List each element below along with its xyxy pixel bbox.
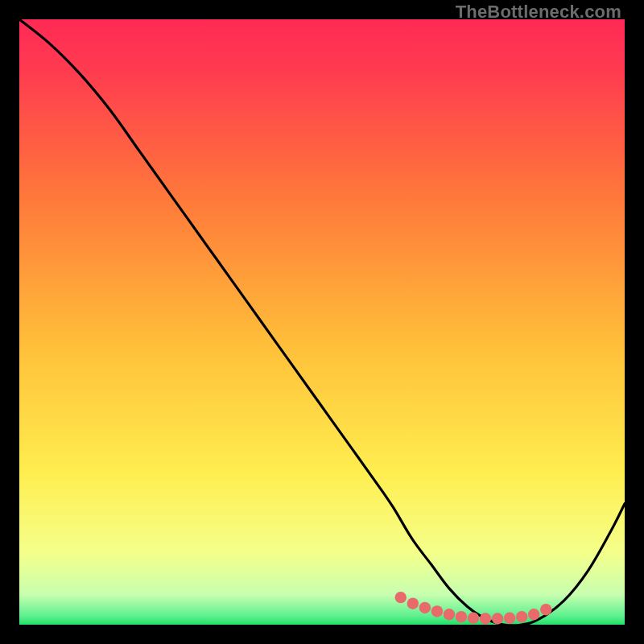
optimal-dot xyxy=(468,613,479,624)
optimal-dot xyxy=(480,613,491,624)
optimal-dot xyxy=(395,592,407,603)
watermark-text: TheBottleneck.com xyxy=(456,2,621,23)
optimal-dot xyxy=(492,613,503,624)
optimal-dot xyxy=(419,602,431,613)
chart-frame xyxy=(19,19,625,625)
optimal-dot xyxy=(540,604,551,615)
optimal-dot xyxy=(444,609,455,620)
optimal-dot xyxy=(407,597,419,609)
optimal-dot xyxy=(431,605,443,617)
chart-svg xyxy=(19,19,625,625)
optimal-dot xyxy=(528,609,539,620)
optimal-dot xyxy=(516,611,527,622)
optimal-dot xyxy=(456,611,467,622)
optimal-dot xyxy=(504,613,515,624)
